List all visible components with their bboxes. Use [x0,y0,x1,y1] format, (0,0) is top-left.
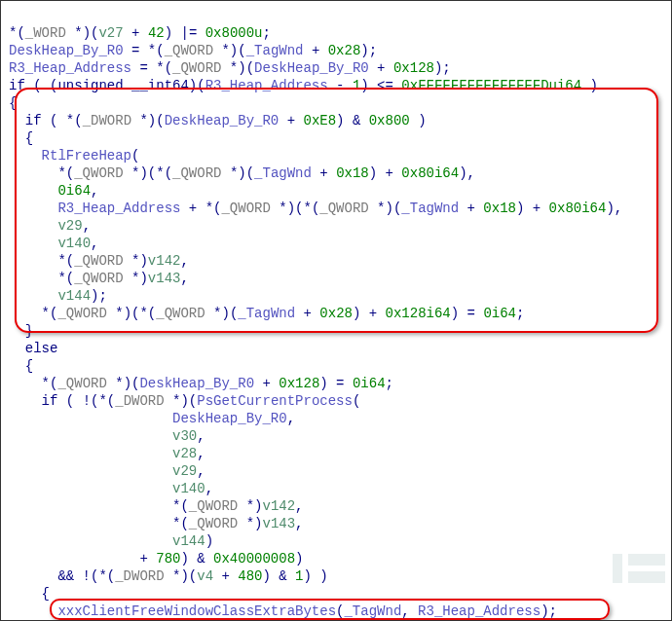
code-line: *(_QWORD *)v142, [9,498,304,514]
code-line: *(_QWORD *)(*(_QWORD *)(_TagWnd + 0x28) … [9,306,524,321]
code-line: + 780) & 0x40000008) [9,551,303,566]
code-view: *(_WORD *)(v27 + 42) |= 0x8000u; DeskHea… [1,1,671,621]
code-line: xxxClientFreeWindowClassExtraBytes(_TagW… [9,603,557,619]
code-line: 0i64, [9,183,98,199]
code-line: v30, [9,428,205,444]
code-line: { [9,358,33,374]
code-line: v28, [9,446,205,461]
code-line: && !(*(_DWORD *)(v4 + 480) & 1) ) [9,568,328,584]
code-line: DeskHeap_By_R0 = *(_QWORD *)(_TagWnd + 0… [9,43,377,58]
code-line: v144); [9,288,107,304]
code-line: v140, [9,481,213,496]
code-line: *(_QWORD *)(*(_QWORD *)(_TagWnd + 0x18) … [9,165,475,181]
code-line: DeskHeap_By_R0, [9,411,295,426]
code-line: R3_Heap_Address = *(_QWORD *)(DeskHeap_B… [9,60,451,76]
code-line: v29, [9,463,205,479]
code-line: RtlFreeHeap( [9,148,139,164]
code-line: v144) [9,533,213,549]
code-line: *(_QWORD *)(DeskHeap_By_R0 + 0x128) = 0i… [9,376,393,391]
code-line: *(_WORD *)(v27 + 42) |= 0x8000u; [9,25,271,41]
code-line: *(_QWORD *)v143, [9,271,189,286]
code-line: v140, [9,236,98,251]
code-line: else [9,341,57,356]
code-line: { [9,95,17,111]
code-line: } [9,323,33,339]
code-line: { [9,130,33,146]
code-line: R3_Heap_Address + *(_QWORD *)(*(_QWORD *… [9,201,622,216]
code-line: *(_QWORD *)v143, [9,516,304,531]
code-line: v29, [9,218,91,234]
code-line: if ( !(*(_DWORD *)(PsGetCurrentProcess( [9,393,360,409]
code-line: *(_QWORD *)v142, [9,253,189,269]
code-line: if ( *(_DWORD *)(DeskHeap_By_R0 + 0xE8) … [9,113,427,128]
code-line: { [9,586,50,602]
code-line: if ( (unsigned __int64)(R3_Heap_Address … [9,78,598,93]
